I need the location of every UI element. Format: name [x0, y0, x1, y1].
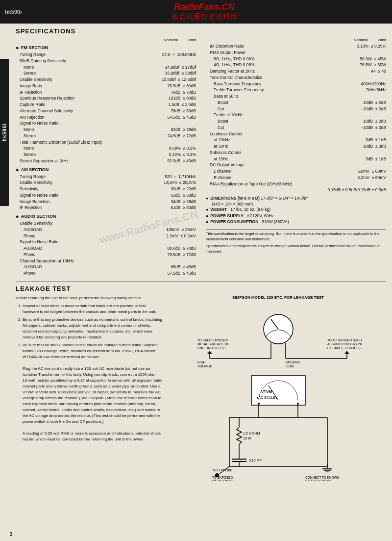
svg-text:HIGH: HIGH: [197, 361, 206, 364]
table-row: Loudness Control: [206, 131, 386, 137]
table-row: Phono 79.5dB ≥ 77dB: [16, 252, 196, 258]
spec-note-2: Specifications and components subject to…: [206, 244, 386, 254]
table-row: AUX/DAD 135mV ± 25mV: [16, 227, 196, 233]
list-item: Inspect all lead dress to make certain t…: [23, 303, 163, 315]
table-row: Phono 57.5dB ≥ 45dB: [16, 270, 196, 277]
svg-text:TO EXPOSED: TO EXPOSED: [212, 476, 233, 479]
svg-text:LEAD: LEAD: [286, 364, 294, 368]
table-row: Tone Control Characteristics: [206, 75, 386, 81]
table-row: Phono 2.2mV ± 0.2mV: [16, 233, 196, 239]
table-row: Signal to Noise Ratio: [16, 239, 196, 245]
table-row: Stereo 74.5dB ≥ 72dB: [16, 133, 196, 139]
specs-right-col: Nominal Limit IM Distortion Ratio 0.13% …: [206, 38, 386, 277]
svg-text:METAL SURFACE OF: METAL SURFACE OF: [197, 342, 229, 346]
main-content: SPECIFICATIONS Nominal Limit ● FM SECTIO…: [10, 24, 392, 485]
table-row: RMS Output Power: [206, 50, 386, 56]
table-row: IF Rejection 76dB ≥ 70dB: [16, 89, 196, 96]
table-row: R channel 6.2mV ± 60mV: [206, 175, 386, 181]
table-row: Image Rejection 34dB ≥ 28dB: [16, 199, 196, 205]
am-section-header: ● AM SECTION: [16, 167, 196, 173]
side-label: hk590i: [0, 59, 9, 206]
table-row: DC Output Voltage: [206, 162, 386, 168]
page-number: 2: [10, 532, 13, 537]
left-col-limit-header: Limit: [188, 38, 196, 42]
table-row: Cut −10dB ± 2dB: [206, 125, 386, 131]
spec-note-1: This specification is the target of serv…: [206, 229, 386, 242]
svg-text:CONNECT TO KNOWN: CONNECT TO KNOWN: [305, 476, 340, 479]
power-consumption-row: ● POWER CONSUMPTION 310W (330VA): [206, 219, 386, 225]
table-row: 50dB Quieting Sensitivity: [16, 58, 196, 64]
table-row: Alternate Channel Selectivity 78dB ≥ 50d…: [16, 108, 196, 114]
leakage-instructions: Before returning the unit to the user, p…: [16, 295, 163, 481]
table-row: at 50Hz 10dB ± 3dB: [206, 143, 386, 150]
table-row: 4Ω, 1kHz, THD 0.08% 76.5W ≥ 60W: [206, 62, 386, 68]
table-row: Treble Turnover Frequency 2kHz/6kHz: [206, 87, 386, 93]
circuit-diagram-bottom: VTVM ●AC SCALE● 1.5 K OHM: [210, 373, 347, 481]
table-row: IM Distortion Ratio 0.13% ≤ 0.25%: [206, 43, 386, 50]
table-row: Mono 14.9dBf ≤ 17dBf: [16, 64, 196, 71]
right-col-nominal-header: Nominal: [354, 38, 368, 42]
table-row: Bass at 50Hz: [206, 93, 386, 100]
svg-text:GROUND: GROUND: [286, 361, 300, 364]
page-header: hk590i RadioFans.CN 收音机爱好者资料库: [0, 0, 392, 24]
leakage-steps-list: Inspect all lead dress to make certain t…: [16, 303, 163, 442]
weight-row: ● WEIGHT 17 lbs, 10 oz. (8.0 kg): [206, 206, 386, 213]
table-row: Damping Factor at 1kHz 44 ≥ 40: [206, 68, 386, 75]
table-row: Stereo 36.9dBf ≤ 38dBf: [16, 70, 196, 77]
svg-text:●AC SCALE●: ●AC SCALE●: [256, 396, 277, 399]
table-row: Usable Sensitivity: [16, 220, 196, 227]
svg-text:EARTH GROUND: EARTH GROUND: [305, 479, 331, 481]
table-row: Image Ratio 76.5dB ≥ 60dB: [16, 83, 196, 89]
table-row: Channel Separation at 10kHz: [16, 258, 196, 264]
svg-text:10 W: 10 W: [243, 437, 251, 440]
svg-text:TO AC GROUND SUCH: TO AC GROUND SUCH: [327, 338, 362, 342]
svg-text:AS WATER OR GAS PIPE,: AS WATER OR GAS PIPE,: [327, 342, 362, 346]
svg-text:TEST PROBE: TEST PROBE: [212, 468, 233, 472]
table-row: Cut −10dB ± 2dB: [206, 106, 386, 112]
table-row: Capture Ratio 1.5dB ≤ 2.5dB: [16, 102, 196, 108]
svg-marker-7: [207, 351, 212, 354]
dimensions-row: ● DIMENTIONS (W x H x D) 17-3/8" × 5-1/4…: [206, 195, 386, 206]
leakage-section: LEAKAGE TEST Before returning the unit t…: [16, 282, 386, 481]
specs-title: SPECIFICATIONS: [16, 27, 386, 35]
svg-point-26: [297, 403, 299, 405]
table-row: Bass Turnover Frequency 400Hz/200Hz: [206, 81, 386, 87]
table-row: AUX/DAD 80.6dB ≥ 78dB: [16, 245, 196, 252]
site-subtitle: 收音机爱好者资料库: [22, 12, 387, 22]
fm-section-title: FM SECTION: [21, 45, 49, 50]
table-row: Selectivity 30dB ≥ 22dB: [16, 186, 196, 192]
leakage-intro: Before returning the unit to the user, p…: [16, 295, 163, 301]
svg-text:UNIT UNDER TEST: UNIT UNDER TEST: [197, 346, 226, 350]
table-row: Total Harmonic Distortion (65dBf 1kHz In…: [16, 139, 196, 146]
table-row: RIAA Equalization at Tape Out (20Hz/20kH…: [206, 181, 386, 187]
table-row: Mono 0.09% ≤ 0.2%: [16, 145, 196, 152]
specs-left-col: Nominal Limit ● FM SECTION Tuning Range …: [16, 38, 196, 277]
table-row: Usable Sensitivity 14μVm ≤ 20μVm: [16, 180, 196, 186]
list-item: Be sure that no shock hazard exists; che…: [23, 342, 163, 442]
audio-section-header: ● AUDIO SECTION: [16, 213, 196, 219]
table-row: Signal to Noise Ratio 53dB ≥ 50dB: [16, 192, 196, 199]
table-row: AUX/DAD 66dB ≥ 45dB: [16, 264, 196, 270]
table-row: L channel 5.6mV ± 60mV: [206, 168, 386, 175]
table-row: Spurious Response Rejection 101dB ≥ 80dB: [16, 95, 196, 102]
svg-marker-11: [344, 351, 349, 354]
svg-text:TO EACH EXPOSED: TO EACH EXPOSED: [197, 338, 228, 342]
am-section-title: AM SECTION: [21, 167, 49, 172]
diagram-title: SIMPSON MODEL 229 ETC. FOR LEAKAGE TEST: [232, 295, 324, 300]
leakage-title: LEAKAGE TEST: [16, 285, 386, 292]
right-col-limit-header: Limit: [378, 38, 386, 42]
left-col-nominal-header: Nominal: [164, 38, 178, 42]
list-item: Be sure that any protective devices such…: [23, 317, 163, 340]
table-row: Treble at 10kHz: [206, 112, 386, 118]
table-row: Boost 10dB ± 2dB: [206, 100, 386, 106]
table-row: 8Ω, 1kHz, THD 0.08% 50.9W ≥ 45W: [206, 56, 386, 62]
table-row: Signal to Noise Ratio: [16, 120, 196, 127]
table-row: Tuning Range 520 ～ 1,710kHz: [16, 174, 196, 180]
leakage-content: Before returning the unit to the user, p…: [16, 295, 386, 481]
table-row: at 10kHz 3dB ± 1dB: [206, 137, 386, 143]
side-label-text: hk590i: [2, 123, 7, 141]
table-row: Stereo 0.12% ≤ 0.3%: [16, 152, 196, 158]
table-row: Boost 10dB ± 2dB: [206, 118, 386, 125]
audio-section-title: AUDIO SECTION: [21, 214, 56, 219]
table-row: Usable Sensitivity 10.5dBf ≤ 12.5dBf: [16, 77, 196, 83]
